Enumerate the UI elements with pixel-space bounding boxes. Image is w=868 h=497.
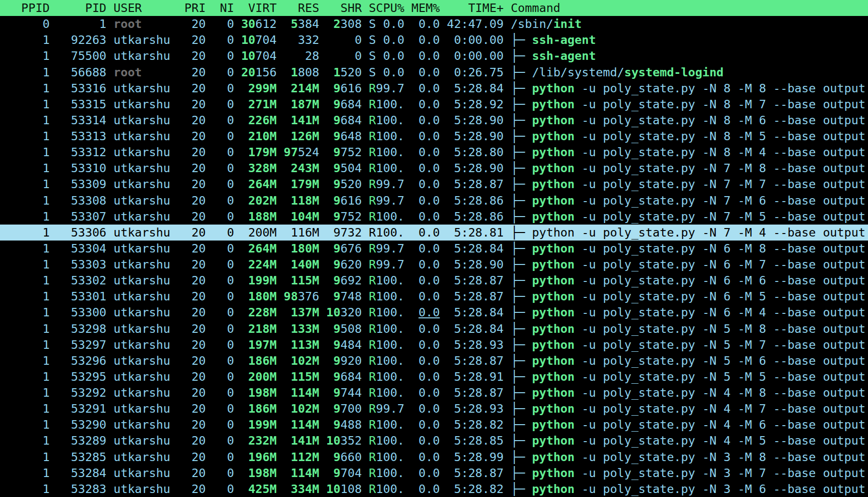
pid-cell: 53295	[49, 369, 106, 385]
user-cell: utkarshu	[106, 193, 184, 209]
user-cell: utkarshu	[106, 385, 184, 401]
process-row[interactable]: 1 53285 utkarshu 20 0 196M 112M 9660 R 1…	[0, 449, 868, 465]
column-header-ni[interactable]: NI	[206, 0, 234, 16]
process-row[interactable]: 1 53316 utkarshu 20 0 299M 214M 9616 R 9…	[0, 80, 868, 96]
tree-branch-icon: ├─	[511, 97, 532, 111]
command-cell: ├─ python -u poly_state.py -N 7 -M 5 --b…	[503, 209, 868, 225]
column-header-state[interactable]: S	[362, 0, 376, 16]
state-cell: R	[362, 433, 376, 449]
shr-cell: 9620	[319, 256, 362, 272]
process-row[interactable]: 1 92263 utkarshu 20 0 10704 332 0 S 0.0 …	[0, 32, 868, 48]
column-header-command[interactable]: Command	[503, 0, 868, 16]
command-name: python	[532, 273, 574, 287]
process-row[interactable]: 1 53310 utkarshu 20 0 328M 243M 9504 R 1…	[0, 160, 868, 176]
process-row[interactable]: 1 53303 utkarshu 20 0 224M 140M 9620 R 9…	[0, 256, 868, 272]
command-cell: ├─ python -u poly_state.py -N 8 -M 5 --b…	[503, 128, 868, 144]
time-cell: 5:28.93	[440, 337, 504, 353]
process-row[interactable]: 1 53315 utkarshu 20 0 271M 187M 9684 R 1…	[0, 96, 868, 112]
command-cell: ├─ python -u poly_state.py -N 4 -M 8 --b…	[503, 385, 868, 401]
process-row[interactable]: 1 53309 utkarshu 20 0 264M 179M 9520 R 9…	[0, 176, 868, 192]
pid-cell: 53298	[49, 321, 106, 337]
mem-cell: 0.0	[405, 80, 440, 96]
res-cell: 114M	[277, 385, 319, 401]
process-row[interactable]: 1 53296 utkarshu 20 0 186M 102M 9920 R 1…	[0, 353, 868, 369]
process-row[interactable]: 1 75500 utkarshu 20 0 10704 28 0 S 0.0 0…	[0, 48, 868, 64]
command-args: -u poly_state.py -N 5 -M 6 --base output	[575, 354, 866, 368]
process-row[interactable]: 1 53283 utkarshu 20 0 425M 334M 10108 R …	[0, 481, 868, 497]
process-row[interactable]: 1 53291 utkarshu 20 0 186M 102M 9700 R 9…	[0, 401, 868, 417]
column-header-pri[interactable]: PRI	[184, 0, 206, 16]
pid-cell: 53308	[49, 193, 106, 209]
command-args: -u poly_state.py -N 7 -M 8 --base output	[575, 161, 866, 175]
column-header-cpu[interactable]: CPU%	[376, 0, 405, 16]
process-row[interactable]: 1 53301 utkarshu 20 0 180M 98376 9748 R …	[0, 288, 868, 304]
process-row[interactable]: 1 53307 utkarshu 20 0 188M 104M 9752 R 1…	[0, 209, 868, 225]
process-row[interactable]: 1 53304 utkarshu 20 0 264M 180M 9676 R 9…	[0, 241, 868, 256]
command-name: python	[532, 97, 574, 111]
process-row[interactable]: 1 53306 utkarshu 20 0 200M 116M 9732 R 1…	[0, 225, 868, 241]
command-name: python	[532, 338, 574, 352]
res-cell: 334M	[277, 481, 319, 497]
process-row[interactable]: 0 1 root 20 0 30612 5384 2308 S 0.0 0.0 …	[0, 16, 868, 32]
process-row[interactable]: 1 53295 utkarshu 20 0 200M 115M 9684 R 1…	[0, 369, 868, 385]
mem-cell: 0.0	[405, 256, 440, 272]
command-args: -u poly_state.py -N 5 -M 5 --base output	[575, 370, 866, 384]
mem-cell: 0.0	[405, 304, 440, 320]
process-row[interactable]: 1 56688 root 20 0 20156 1808 1520 S 0.0 …	[0, 64, 868, 80]
user-cell: utkarshu	[106, 209, 184, 225]
pid-cell: 53291	[49, 401, 106, 417]
user-cell: utkarshu	[106, 401, 184, 417]
time-cell: 5:28.90	[440, 128, 504, 144]
mem-cell: 0.0	[405, 337, 440, 353]
priority-cell: 20	[184, 369, 206, 385]
column-header-virt[interactable]: VIRT	[234, 0, 277, 16]
ppid-cell: 1	[0, 449, 49, 465]
column-header-shr[interactable]: SHR	[319, 0, 362, 16]
process-row[interactable]: 1 53300 utkarshu 20 0 228M 137M 10320 R …	[0, 304, 868, 320]
priority-cell: 20	[184, 112, 206, 128]
ppid-cell: 1	[0, 256, 49, 272]
shr-cell: 9508	[319, 321, 362, 337]
column-header-user[interactable]: USER	[106, 0, 184, 16]
column-header-pid[interactable]: PID	[49, 0, 106, 16]
command-args: -u poly_state.py -N 8 -M 7 --base output	[575, 97, 866, 111]
cpu-cell: 100.	[376, 160, 405, 176]
column-header-res[interactable]: RES	[277, 0, 319, 16]
command-name: python	[532, 402, 574, 416]
priority-cell: 20	[184, 272, 206, 288]
cpu-cell: 99.7	[376, 401, 405, 417]
time-cell: 5:28.82	[440, 417, 504, 433]
process-row[interactable]: 1 53308 utkarshu 20 0 202M 118M 9616 R 9…	[0, 193, 868, 209]
process-row[interactable]: 1 53298 utkarshu 20 0 218M 133M 9508 R 1…	[0, 321, 868, 337]
pid-cell: 53289	[49, 433, 106, 449]
process-row[interactable]: 1 53290 utkarshu 20 0 199M 114M 9488 R 1…	[0, 417, 868, 433]
column-header-mem[interactable]: MEM%	[405, 0, 440, 16]
command-args: -u poly_state.py -N 7 -M 6 --base output	[575, 194, 866, 208]
process-row[interactable]: 1 53289 utkarshu 20 0 232M 141M 10352 R …	[0, 433, 868, 449]
process-row[interactable]: 1 53284 utkarshu 20 0 198M 114M 9704 R 1…	[0, 465, 868, 481]
command-cell: ├─ python -u poly_state.py -N 7 -M 7 --b…	[503, 176, 868, 192]
column-header-time[interactable]: TIME+	[440, 0, 504, 16]
ppid-cell: 1	[0, 160, 49, 176]
virt-cell: 299M	[234, 80, 277, 96]
mem-cell: 0.0	[405, 160, 440, 176]
process-row[interactable]: 1 53314 utkarshu 20 0 226M 141M 9684 R 1…	[0, 112, 868, 128]
cpu-cell: 100.	[376, 417, 405, 433]
command-name: ssh-agent	[532, 49, 596, 63]
nice-cell: 0	[206, 337, 234, 353]
process-row[interactable]: 1 53292 utkarshu 20 0 198M 114M 9744 R 1…	[0, 385, 868, 401]
process-row[interactable]: 1 53312 utkarshu 20 0 179M 97524 9752 R …	[0, 144, 868, 160]
cpu-cell: 99.7	[376, 256, 405, 272]
process-row[interactable]: 1 53313 utkarshu 20 0 210M 126M 9648 R 1…	[0, 128, 868, 144]
process-row[interactable]: 1 53297 utkarshu 20 0 197M 113M 9484 R 1…	[0, 337, 868, 353]
state-cell: S	[362, 48, 376, 64]
nice-cell: 0	[206, 160, 234, 176]
column-header-ppid[interactable]: PPID	[0, 0, 49, 16]
process-row[interactable]: 1 53302 utkarshu 20 0 199M 115M 9692 R 1…	[0, 272, 868, 288]
ppid-cell: 1	[0, 48, 49, 64]
nice-cell: 0	[206, 112, 234, 128]
command-name: python	[532, 81, 574, 95]
user-cell: utkarshu	[106, 433, 184, 449]
ppid-cell: 1	[0, 193, 49, 209]
nice-cell: 0	[206, 401, 234, 417]
